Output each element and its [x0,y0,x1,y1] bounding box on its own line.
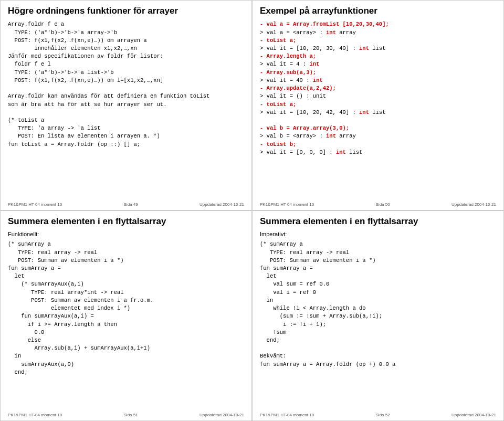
page-52-footer: PK1&PM1 HT-04 moment 10 Sida 52 Uppdater… [253,413,503,417]
page-51-title: Summera elementen i en flyttalsarray [8,216,244,227]
page-52-code: (* sumArray a TYPE: real array -> real P… [260,240,496,369]
footer-right: Uppdaterad 2004-10-21 [452,202,496,207]
page-49: Högre ordningens funktioner för arrayer … [0,0,252,210]
footer-left: PK1&PM1 HT-04 moment 10 [260,202,314,207]
page-49-code: Array.foldr f e a TYPE: ('a*'b)->'b->'a … [8,20,244,149]
page-49-title: Högre ordningens funktioner för arrayer [8,6,244,16]
footer-center: Sida 51 [124,413,138,417]
footer-left: PK1&PM1 HT-04 moment 10 [260,413,314,417]
page-50-title: Exempel på arrayfunktioner [260,6,496,16]
footer-right: Uppdaterad 2004-10-21 [452,413,496,417]
footer-right: Uppdaterad 2004-10-21 [200,413,244,417]
page-52-subtitle: Imperativt: [260,231,496,237]
page-51-footer: PK1&PM1 HT-04 moment 10 Sida 51 Uppdater… [1,413,251,417]
page-50-code: - val a = Array.fromList [10,20,30,40]; … [260,20,496,156]
page-50-footer: PK1&PM1 HT-04 moment 10 Sida 50 Uppdater… [253,202,503,207]
footer-left: PK1&PM1 HT-04 moment 10 [8,202,62,207]
footer-center: Sida 52 [376,413,390,417]
page-52-title: Summera elementen i en flyttalsarray [260,216,496,227]
page-51-subtitle: Funktionellt: [8,231,244,237]
footer-right: Uppdaterad 2004-10-21 [200,202,244,207]
page-51: Summera elementen i en flyttalsarray Fun… [0,210,252,421]
page-grid: Högre ordningens funktioner för arrayer … [0,0,504,421]
page-51-code: (* sumArray a TYPE: real array -> real P… [8,240,244,376]
page-52: Summera elementen i en flyttalsarray Imp… [252,210,504,421]
footer-left: PK1&PM1 HT-04 moment 10 [8,413,62,417]
page-50: Exempel på arrayfunktioner - val a = Arr… [252,0,504,210]
footer-center: Sida 50 [376,202,390,207]
footer-center: Sida 49 [124,202,138,207]
page-49-footer: PK1&PM1 HT-04 moment 10 Sida 49 Uppdater… [1,202,251,207]
